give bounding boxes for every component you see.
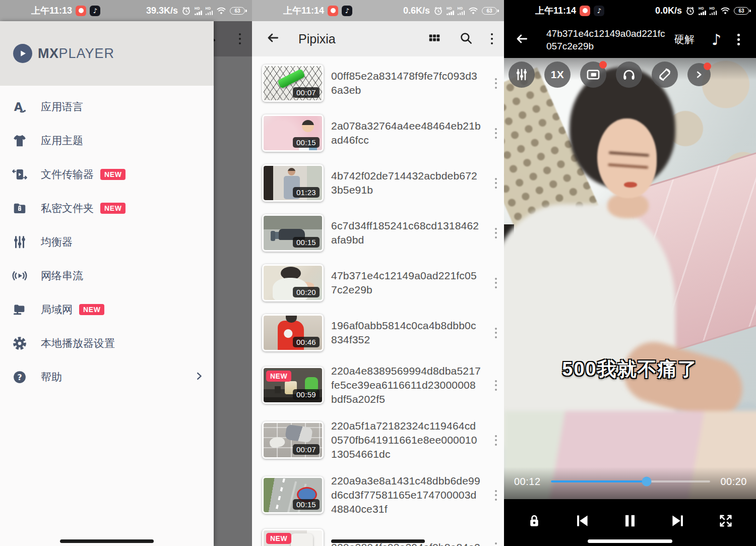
drawer-item-label: 网络串流	[41, 269, 83, 283]
video-thumbnail[interactable]: 01:23	[262, 164, 324, 202]
seek-bar[interactable]	[551, 480, 711, 482]
clock-text: 上午11:14	[535, 5, 576, 17]
playback-speed-button[interactable]: 1X	[544, 62, 571, 88]
alarm-icon	[433, 6, 443, 16]
svg-text:?: ?	[17, 373, 22, 382]
video-subtitle: 500我就不痛了	[504, 356, 756, 382]
video-filename: 4b742f02de714432acbdeb6723b5e91b	[331, 169, 481, 197]
row-menu-icon[interactable]	[495, 278, 497, 288]
drawer-item-label: 文件传输器	[41, 167, 94, 181]
drawer-item-lan[interactable]: 局域网 NEW	[0, 292, 214, 326]
tshirt-icon	[11, 132, 28, 149]
video-thumbnail[interactable]: 00:15	[262, 214, 324, 252]
row-menu-icon[interactable]	[495, 128, 497, 139]
row-menu-icon[interactable]	[495, 228, 497, 238]
video-thumbnail[interactable]: 00:15	[262, 476, 324, 514]
row-menu-icon[interactable]	[495, 328, 497, 338]
clock-text: 上午11:14	[283, 5, 324, 17]
video-row[interactable]: 00:15 2a078a32764a4ee48464eb21bad46fcc	[262, 114, 497, 152]
row-menu-icon[interactable]	[495, 435, 497, 446]
pause-button[interactable]	[616, 507, 644, 535]
grid-view-button[interactable]	[428, 31, 441, 46]
tiktok-icon: ♪	[594, 6, 604, 16]
drawer-item-app-language[interactable]: A 应用语言	[0, 90, 214, 124]
drawer-item-private-folder[interactable]: 私密文件夹 NEW	[0, 191, 214, 225]
alarm-icon	[181, 6, 191, 16]
fullscreen-button[interactable]	[712, 507, 740, 535]
video-thumbnail[interactable]: 00:15	[262, 114, 324, 152]
video-row[interactable]: 00:15 6c7d34ff185241c68cd1318462afa9bd	[262, 214, 497, 252]
video-row[interactable]: NEW 220a3804fc03a394af0b8a84e2	[262, 529, 497, 546]
video-thumbnail[interactable]: NEW00:59	[262, 367, 324, 404]
video-thumbnail[interactable]: NEW	[262, 529, 324, 546]
new-badge: NEW	[266, 533, 291, 544]
video-row[interactable]: 00:15 220a9a3e8a1431c48dbb6de99d6cd3f775…	[262, 474, 497, 516]
video-row[interactable]: 00:46 196af0abb5814c0ca4b8dbb0c834f352	[262, 314, 497, 351]
drawer-item-network-stream[interactable]: 网络串流	[0, 259, 214, 292]
back-button[interactable]	[514, 31, 529, 48]
row-menu-icon[interactable]	[495, 490, 497, 501]
status-bar-right: 上午11:14 ♪ 0.0K/s HD HD 63	[504, 0, 756, 21]
home-indicator[interactable]	[60, 539, 154, 543]
video-row[interactable]: 00:07 220a5f1a72182324c119464cd0570fb641…	[262, 419, 497, 461]
drawer-item-local-player-settings[interactable]: 本地播放器设置	[0, 326, 214, 360]
expand-controls-button[interactable]	[687, 63, 711, 86]
drawer-item-label: 帮助	[41, 370, 62, 384]
equalizer-button[interactable]	[509, 62, 535, 88]
home-indicator[interactable]	[331, 539, 425, 543]
logo-text-player: PLAYER	[59, 46, 115, 62]
wifi-icon	[468, 7, 478, 15]
drawer-menu: A 应用语言 应用主题 文件传输器 NEW 私密文件夹	[0, 86, 214, 394]
drawer-header: MXPLAYER	[0, 21, 214, 86]
more-options-icon[interactable]	[239, 33, 241, 45]
video-row[interactable]: 01:23 4b742f02de714432acbdeb6723b5e91b	[262, 164, 497, 202]
video-row[interactable]: 00:20 47b371e4c12149a0ad221fc057c2e29b	[262, 264, 497, 301]
pip-button[interactable]	[580, 62, 606, 88]
video-surface[interactable]: 1X 500我就不痛了 00:12 00:20	[504, 58, 756, 499]
video-thumbnail[interactable]: 00:07	[262, 421, 324, 459]
seek-bar-knob[interactable]	[642, 477, 651, 487]
decode-mode-button[interactable]: 硬解	[674, 33, 695, 46]
video-frame-person	[624, 182, 637, 188]
battery-icon: 63	[230, 7, 245, 15]
next-button[interactable]	[664, 507, 692, 535]
wifi-icon	[720, 7, 730, 15]
row-menu-icon[interactable]	[495, 78, 497, 89]
tiktok-icon: ♪	[342, 6, 352, 16]
rotate-screen-button[interactable]	[652, 62, 678, 88]
previous-button[interactable]	[568, 507, 596, 535]
duration-badge: 00:15	[293, 237, 320, 248]
headphones-button[interactable]	[616, 62, 642, 88]
home-indicator[interactable]	[588, 539, 672, 543]
video-thumbnail[interactable]: 00:20	[262, 264, 324, 301]
cell-signal-icon-1: HD	[699, 7, 706, 15]
drawer-item-app-theme[interactable]: 应用主题	[0, 124, 214, 157]
row-menu-icon[interactable]	[495, 380, 497, 391]
back-button[interactable]	[265, 30, 280, 47]
page-title: Pipixia	[298, 32, 336, 46]
search-button[interactable]	[459, 31, 473, 47]
locked-folder-icon	[11, 200, 28, 217]
duration-badge: 00:15	[293, 499, 320, 510]
video-thumbnail[interactable]: 00:07	[262, 65, 324, 102]
more-options-icon[interactable]	[491, 33, 493, 45]
video-thumbnail[interactable]: 00:46	[262, 314, 324, 351]
drawer-item-label: 应用语言	[41, 100, 83, 114]
video-row[interactable]: NEW00:59 220a4e8389569994d8dba5217fe5ce3…	[262, 364, 497, 406]
clock-text: 上午11:13	[31, 5, 72, 17]
audio-track-icon[interactable]: ♪	[712, 32, 721, 47]
drawer-item-label: 私密文件夹	[41, 201, 94, 215]
video-row[interactable]: 00:07 00ff85e2a831478f9fe7fc093d36a3eb	[262, 65, 497, 102]
drawer-item-equalizer[interactable]: 均衡器	[0, 225, 214, 259]
logo-text-mx: MX	[38, 46, 59, 62]
lock-button[interactable]	[520, 507, 548, 535]
screen-record-icon	[328, 6, 338, 16]
drawer-item-help[interactable]: ? 帮助	[0, 360, 214, 394]
drawer-item-file-transfer[interactable]: 文件传输器 NEW	[0, 157, 214, 191]
network-stream-icon	[11, 267, 28, 284]
more-options-icon[interactable]	[737, 34, 740, 45]
row-menu-icon[interactable]	[495, 542, 497, 546]
row-menu-icon[interactable]	[495, 178, 497, 189]
new-badge: NEW	[79, 304, 104, 315]
status-bar-left: 上午11:13 ♪ 39.3K/s HD HD 63	[0, 0, 252, 21]
